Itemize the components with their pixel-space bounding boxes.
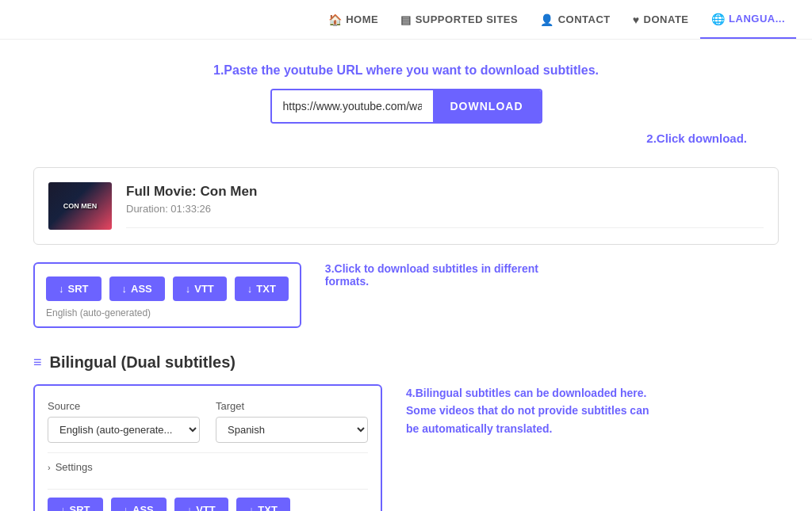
nav-home[interactable]: 🏠 HOME bbox=[317, 0, 390, 39]
nav-language-label: LANGUA... bbox=[729, 13, 785, 25]
grid-icon: ▤ bbox=[400, 13, 412, 26]
bilingual-format-row: ↓ SRT ↓ ASS ↓ VTT ↓ TXT English - Spanis… bbox=[48, 498, 368, 511]
bilingual-ass-button[interactable]: ↓ ASS bbox=[111, 498, 167, 511]
srt-button[interactable]: ↓ SRT bbox=[46, 276, 102, 301]
video-thumbnail: CON MEN bbox=[48, 182, 112, 230]
bilingual-title: Bilingual (Dual subtitles) bbox=[50, 353, 236, 372]
txt-button[interactable]: ↓ TXT bbox=[235, 276, 289, 301]
bilingual-box: Source English (auto-generate... Target … bbox=[33, 384, 382, 511]
bilingual-vtt-icon: ↓ bbox=[187, 504, 193, 511]
nav-contact-label: CONTACT bbox=[558, 13, 611, 25]
step4-label: 4.Bilingual subtitles can be downloaded … bbox=[406, 384, 660, 437]
bilingual-row: Source English (auto-generate... Target … bbox=[33, 384, 779, 511]
thumb-text: CON MEN bbox=[63, 202, 98, 211]
bilingual-vtt-button[interactable]: ↓ VTT bbox=[174, 498, 228, 511]
nav-supported-sites-label: SUPPORTED SITES bbox=[416, 13, 519, 25]
nav-supported-sites[interactable]: ▤ SUPPORTED SITES bbox=[389, 0, 529, 39]
source-field: Source English (auto-generate... bbox=[48, 400, 200, 443]
step1-label: 1.Paste the youtube URL where you want t… bbox=[33, 63, 779, 78]
bilingual-icon: ≡ bbox=[33, 354, 42, 371]
url-input[interactable] bbox=[272, 90, 433, 122]
settings-row[interactable]: › Settings bbox=[48, 452, 368, 481]
nav-home-label: HOME bbox=[346, 13, 378, 25]
video-duration: Duration: 01:33:26 bbox=[126, 203, 764, 215]
step2-label: 2.Click download. bbox=[33, 132, 747, 145]
main-content: 1.Paste the youtube URL where you want t… bbox=[17, 40, 795, 511]
nav-donate-label: DONATE bbox=[644, 13, 689, 25]
home-icon: 🏠 bbox=[328, 13, 343, 26]
video-divider bbox=[126, 227, 764, 228]
vtt-button[interactable]: ↓ VTT bbox=[173, 276, 227, 301]
url-row-wrapper: DOWNLOAD bbox=[270, 89, 542, 124]
url-input-row: DOWNLOAD bbox=[270, 89, 542, 124]
video-title: Full Movie: Con Men bbox=[126, 184, 764, 200]
formats-section: ↓ SRT ↓ ASS ↓ VTT ↓ TXT English (auto-ge… bbox=[33, 262, 779, 328]
language-icon: 🌐 bbox=[711, 13, 726, 25]
settings-label: Settings bbox=[56, 461, 93, 473]
formats-box: ↓ SRT ↓ ASS ↓ VTT ↓ TXT English (auto-ge… bbox=[33, 262, 301, 328]
nav-donate[interactable]: ♥ DONATE bbox=[622, 0, 700, 39]
thumb-background: CON MEN bbox=[48, 182, 112, 230]
step3-label: 3.Click to download subtitles in differe… bbox=[325, 262, 579, 288]
bilingual-divider bbox=[48, 489, 368, 490]
bilingual-header: ≡ Bilingual (Dual subtitles) bbox=[33, 353, 779, 372]
srt-icon: ↓ bbox=[59, 283, 64, 295]
source-label: Source bbox=[48, 400, 200, 412]
bilingual-srt-icon: ↓ bbox=[60, 504, 66, 511]
heart-icon: ♥ bbox=[633, 13, 640, 26]
bilingual-srt-button[interactable]: ↓ SRT bbox=[48, 498, 103, 511]
contact-icon: 👤 bbox=[540, 13, 554, 26]
source-target-row: Source English (auto-generate... Target … bbox=[48, 400, 368, 443]
video-card: CON MEN Full Movie: Con Men Duration: 01… bbox=[33, 167, 779, 245]
chevron-right-icon: › bbox=[48, 463, 51, 472]
vtt-icon: ↓ bbox=[186, 283, 191, 295]
video-info: Full Movie: Con Men Duration: 01:33:26 bbox=[126, 184, 764, 228]
nav-contact[interactable]: 👤 CONTACT bbox=[529, 0, 622, 39]
source-select[interactable]: English (auto-generate... bbox=[48, 417, 200, 443]
bilingual-txt-button[interactable]: ↓ TXT bbox=[236, 498, 290, 511]
nav-language[interactable]: 🌐 LANGUA... bbox=[700, 0, 796, 39]
ass-icon: ↓ bbox=[122, 283, 128, 295]
bilingual-ass-icon: ↓ bbox=[124, 504, 129, 511]
target-select[interactable]: Spanish bbox=[216, 417, 368, 443]
bilingual-txt-icon: ↓ bbox=[249, 504, 255, 511]
auto-language-label: English (auto-generated) bbox=[46, 307, 289, 318]
txt-icon: ↓ bbox=[247, 283, 253, 295]
target-label: Target bbox=[216, 400, 368, 412]
ass-button[interactable]: ↓ ASS bbox=[109, 276, 165, 301]
format-buttons-row: ↓ SRT ↓ ASS ↓ VTT ↓ TXT bbox=[46, 276, 289, 301]
download-button[interactable]: DOWNLOAD bbox=[433, 90, 541, 122]
target-field: Target Spanish bbox=[216, 400, 368, 443]
navigation: 🏠 HOME ▤ SUPPORTED SITES 👤 CONTACT ♥ DON… bbox=[0, 0, 812, 40]
